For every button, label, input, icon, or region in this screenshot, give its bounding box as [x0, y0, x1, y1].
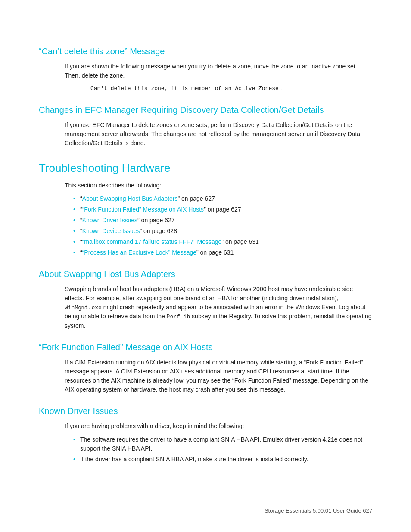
- troubleshooting-intro: This section describes the following:: [65, 181, 372, 190]
- cant-delete-heading: “Can’t delete this zone” Message: [39, 45, 372, 58]
- list-item: ““Process Has an Exclusive Lock” Message…: [73, 248, 372, 257]
- fork-function-heading: “Fork Function Failed” Message on AIX Ho…: [39, 341, 372, 354]
- changes-efc-body: If you use EFC Manager to delete zones o…: [65, 121, 372, 148]
- swapping-hba-body: Swapping brands of host bus adapters (HB…: [65, 285, 372, 330]
- swapping-hba-code2: PerfLib: [167, 314, 190, 320]
- cant-delete-code: Can't delete this zone, it is member of …: [90, 84, 372, 93]
- list-item: “Known Device Issues” on page 628: [73, 227, 372, 236]
- link-fork-function[interactable]: “Fork Function Failed” Message on AIX Ho…: [82, 206, 204, 213]
- known-driver-list: The software requires the driver to have…: [73, 435, 372, 464]
- list-item: ““Fork Function Failed” Message on AIX H…: [73, 205, 372, 214]
- known-driver-heading: Known Driver Issues: [39, 404, 372, 417]
- swapping-hba-heading: About Swapping Host Bus Adapters: [39, 268, 372, 280]
- list-item: If the driver has a compliant SNIA HBA A…: [73, 455, 372, 464]
- page: “Can’t delete this zone” Message If you …: [0, 0, 411, 532]
- known-driver-intro: If you are having problems with a driver…: [65, 422, 372, 431]
- troubleshooting-list: “About Swapping Host Bus Adapters” on pa…: [73, 194, 372, 257]
- link-mailbox[interactable]: “mailbox command 17 failure status FFF7”…: [82, 238, 222, 245]
- changes-efc-heading: Changes in EFC Manager Requiring Discove…: [39, 103, 372, 116]
- list-item: ““mailbox command 17 failure status FFF7…: [73, 237, 372, 246]
- list-item: “Known Driver Issues” on page 627: [73, 216, 372, 225]
- troubleshooting-heading: Troubleshooting Hardware: [39, 160, 372, 177]
- list-item: “About Swapping Host Bus Adapters” on pa…: [73, 194, 372, 203]
- link-known-driver[interactable]: Known Driver Issues: [82, 217, 137, 224]
- link-swapping-hba[interactable]: About Swapping Host Bus Adapters: [82, 195, 178, 202]
- swapping-hba-body1: Swapping brands of host bus adapters (HB…: [65, 286, 353, 302]
- fork-function-body: If a CIM Extension running on AIX detect…: [65, 358, 372, 394]
- list-item: The software requires the driver to have…: [73, 435, 372, 453]
- link-process-lock[interactable]: “Process Has an Exclusive Lock” Message: [82, 249, 196, 256]
- link-known-device[interactable]: Known Device Issues: [82, 227, 140, 234]
- swapping-hba-code1: WinMgmt.exe: [65, 305, 102, 311]
- page-footer: Storage Essentials 5.00.01 User Guide 62…: [265, 507, 372, 515]
- cant-delete-body: If you are shown the following message w…: [65, 62, 372, 80]
